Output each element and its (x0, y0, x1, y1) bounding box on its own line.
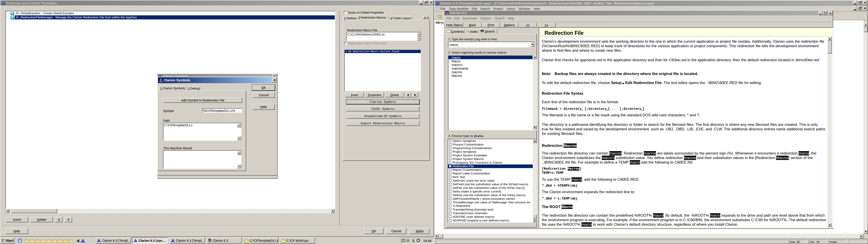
svg-text:B: B (4, 3, 5, 5)
svg-text:B: B (161, 80, 162, 83)
svg-text:vm: vm (402, 240, 405, 242)
